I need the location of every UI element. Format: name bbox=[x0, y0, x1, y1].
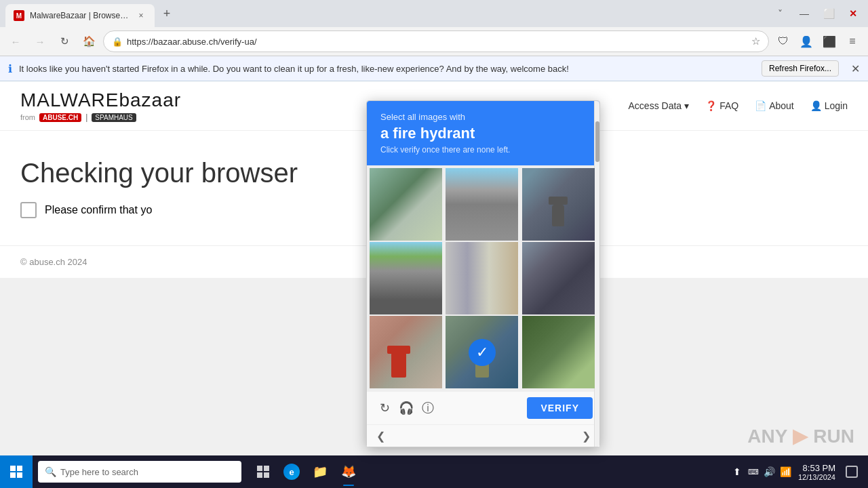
active-indicator bbox=[343, 485, 354, 486]
tab-favicon: M bbox=[14, 10, 24, 21]
selected-check-overlay: ✓ bbox=[446, 316, 518, 388]
captcha-select-text: Select all images with bbox=[380, 112, 586, 122]
forward-button[interactable]: → bbox=[30, 31, 50, 52]
explorer-app[interactable]: 📁 bbox=[307, 455, 334, 488]
clock-time: 8:53 PM bbox=[798, 463, 835, 473]
close-window-button[interactable]: ✕ bbox=[844, 4, 863, 23]
captcha-cell-4[interactable] bbox=[370, 242, 442, 314]
captcha-cell-7[interactable] bbox=[370, 316, 442, 388]
keyboard-icon[interactable]: ⌨ bbox=[747, 465, 760, 479]
network-icon[interactable]: 📶 bbox=[779, 465, 793, 479]
svg-rect-6 bbox=[257, 472, 262, 478]
login-nav[interactable]: 👤 Login bbox=[810, 100, 848, 111]
firefox-icon: 🦊 bbox=[340, 464, 357, 480]
captcha-cell-5[interactable] bbox=[446, 242, 518, 314]
bookmark-star-icon[interactable]: ☆ bbox=[751, 35, 760, 47]
tab-title: MalwareBazaar | Browse Check bbox=[30, 11, 130, 20]
minimize-button[interactable]: — bbox=[795, 4, 814, 23]
logo-sub: from ABUSE.CH | SPAMHAUS bbox=[20, 113, 181, 122]
home-button[interactable]: 🏠 bbox=[79, 31, 99, 52]
edge-icon: e bbox=[283, 464, 300, 480]
svg-rect-4 bbox=[257, 466, 262, 471]
captcha-bottom-bar: ↻ 🎧 ⓘ VERIFY bbox=[367, 391, 599, 424]
taskbar-search-box[interactable]: 🔍 Type here to search bbox=[38, 461, 241, 483]
tab-close-button[interactable]: × bbox=[136, 10, 146, 21]
captcha-header: Select all images with a fire hydrant Cl… bbox=[367, 101, 599, 165]
shield-icon[interactable]: 🛡 bbox=[773, 31, 793, 52]
address-bar: ← → ↻ 🏠 🔒 https://bazaar.abuse.ch/verify… bbox=[0, 27, 868, 56]
firefox-app[interactable]: 🦊 bbox=[335, 455, 362, 488]
refresh-button[interactable]: ↻ bbox=[54, 31, 75, 52]
logo-from-text: from bbox=[20, 113, 35, 121]
verify-text: Please confirm that yo bbox=[45, 204, 152, 216]
svg-rect-3 bbox=[17, 472, 22, 478]
captcha-title: a fire hydrant bbox=[380, 125, 586, 142]
captcha-audio-button[interactable]: 🎧 bbox=[395, 397, 417, 419]
start-button[interactable] bbox=[0, 455, 33, 488]
captcha-info-button[interactable]: ⓘ bbox=[417, 397, 439, 419]
anyrun-run: RUN bbox=[813, 426, 854, 447]
svg-rect-0 bbox=[10, 466, 16, 471]
taskbar-clock[interactable]: 8:53 PM 12/13/2024 bbox=[798, 463, 835, 481]
captcha-cell-8[interactable]: ✓ bbox=[446, 316, 518, 388]
captcha-dialog: Select all images with a fire hydrant Cl… bbox=[366, 100, 600, 447]
clock-date: 12/13/2024 bbox=[798, 473, 835, 481]
spamhaus-brand: SPAMHAUS bbox=[92, 113, 136, 122]
svg-rect-7 bbox=[264, 472, 269, 478]
footer-text: © abuse.ch 2024 bbox=[20, 257, 87, 267]
captcha-scrollbar[interactable] bbox=[594, 101, 599, 447]
selected-check-icon: ✓ bbox=[469, 339, 496, 366]
site-logo: MALWAREbazaar from ABUSE.CH | SPAMHAUS bbox=[20, 89, 181, 122]
captcha-verify-button[interactable]: VERIFY bbox=[527, 397, 593, 419]
notification-center-icon bbox=[846, 466, 858, 478]
refresh-firefox-button[interactable]: Refresh Firefox... bbox=[762, 60, 839, 77]
access-data-nav[interactable]: Access Data ▾ bbox=[629, 100, 690, 111]
url-bar[interactable]: 🔒 https://bazaar.abuse.ch/verify-ua/ ☆ bbox=[103, 30, 769, 52]
captcha-cell-2[interactable] bbox=[446, 168, 518, 241]
extensions-icon[interactable]: ⬛ bbox=[819, 31, 840, 52]
verify-checkbox[interactable] bbox=[20, 202, 37, 218]
captcha-cell-3[interactable] bbox=[522, 168, 595, 241]
url-text: https://bazaar.abuse.ch/verify-ua/ bbox=[127, 37, 747, 47]
system-tray: ⬆ ⌨ 🔊 📶 bbox=[730, 465, 793, 479]
volume-icon[interactable]: 🔊 bbox=[763, 465, 776, 479]
new-tab-button[interactable]: + bbox=[157, 4, 176, 23]
captcha-refresh-button[interactable]: ↻ bbox=[374, 397, 395, 419]
account-icon[interactable]: 👤 bbox=[796, 31, 816, 52]
menu-icon[interactable]: ≡ bbox=[842, 31, 863, 52]
toolbar-icons: 🛡 👤 ⬛ ≡ bbox=[773, 31, 863, 52]
tray-up-arrow-icon[interactable]: ⬆ bbox=[730, 465, 744, 479]
captcha-subtitle: Click verify once there are none left. bbox=[380, 145, 586, 155]
notification-center-button[interactable] bbox=[841, 455, 863, 488]
info-icon: ℹ bbox=[8, 62, 12, 75]
notification-close-icon[interactable]: ✕ bbox=[851, 62, 860, 75]
taskbar-right: ⬆ ⌨ 🔊 📶 8:53 PM 12/13/2024 bbox=[730, 455, 868, 488]
edge-app[interactable]: e bbox=[278, 455, 305, 488]
task-view-button[interactable] bbox=[250, 455, 277, 488]
explorer-icon: 📁 bbox=[312, 464, 328, 480]
tab-bar-controls: ˅ — ⬜ ✕ bbox=[770, 4, 863, 23]
browser-chrome: M MalwareBazaar | Browse Check × + ˅ — ⬜… bbox=[0, 0, 868, 56]
faq-nav[interactable]: ❓ FAQ bbox=[705, 100, 738, 111]
tabs-overflow-button[interactable]: ˅ bbox=[770, 4, 789, 23]
captcha-cell-9[interactable] bbox=[522, 316, 595, 388]
logo-main: MALWAREbazaar bbox=[20, 89, 181, 111]
svg-rect-5 bbox=[264, 466, 269, 471]
security-lock-icon: 🔒 bbox=[112, 37, 123, 47]
maximize-button[interactable]: ⬜ bbox=[819, 4, 838, 23]
back-button[interactable]: ← bbox=[5, 31, 26, 52]
captcha-cell-1[interactable] bbox=[370, 168, 442, 241]
captcha-prev-button[interactable]: ❮ bbox=[372, 428, 389, 444]
task-view-icon bbox=[256, 464, 271, 479]
captcha-nav: ❮ ❯ bbox=[367, 424, 599, 447]
taskbar-search-placeholder: Type here to search bbox=[60, 467, 138, 477]
notification-text: It looks like you haven't started Firefo… bbox=[19, 64, 755, 74]
captcha-next-button[interactable]: ❯ bbox=[578, 428, 594, 444]
windows-logo-icon bbox=[9, 465, 23, 479]
captcha-scrollbar-thumb bbox=[595, 121, 599, 162]
active-tab[interactable]: M MalwareBazaar | Browse Check × bbox=[5, 4, 155, 27]
about-nav[interactable]: 📄 About bbox=[755, 100, 794, 111]
notification-bar: ℹ It looks like you haven't started Fire… bbox=[0, 56, 868, 81]
captcha-cell-6[interactable] bbox=[522, 242, 595, 314]
site-nav: Access Data ▾ ❓ FAQ 📄 About 👤 Login bbox=[629, 100, 848, 111]
